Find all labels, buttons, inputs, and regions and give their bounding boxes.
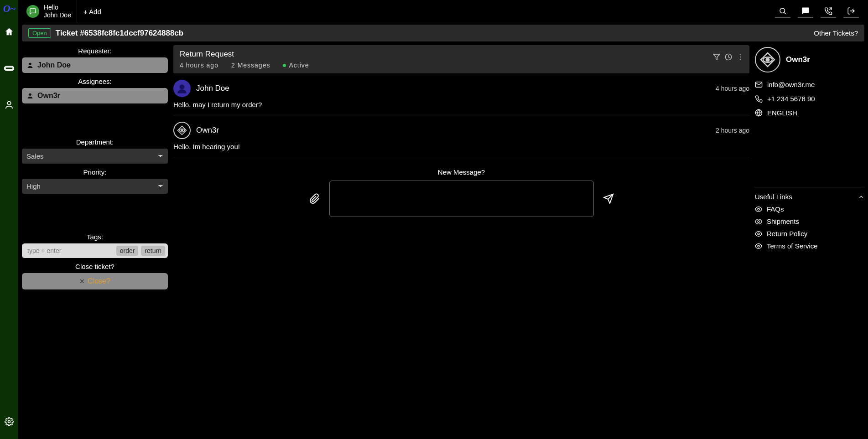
more-icon[interactable]: [737, 53, 744, 61]
nav-tickets[interactable]: [0, 59, 18, 77]
link-row[interactable]: Terms of Service: [755, 242, 864, 250]
link-row[interactable]: Return Policy: [755, 230, 864, 238]
mail-icon: [755, 81, 763, 88]
content-columns: Requester: John Doe Assignees: Own3r Dep…: [18, 45, 868, 439]
close-ticket-button[interactable]: ✕ Close?: [22, 273, 168, 289]
svg-point-22: [766, 58, 769, 62]
send-icon[interactable]: [603, 193, 614, 204]
svg-point-4: [780, 8, 785, 13]
svg-point-12: [740, 57, 741, 57]
useful-links-header[interactable]: Useful Links: [755, 193, 864, 201]
message-item: Own3r 2 hours ago Hello. Im hearing you!: [173, 115, 749, 157]
message-input[interactable]: [329, 181, 594, 217]
eye-icon: [755, 243, 762, 250]
eye-icon: [755, 206, 762, 213]
svg-point-8: [29, 93, 31, 96]
main-area: Hello John Doe + Add Open Ticket #6538fc…: [18, 0, 868, 439]
message-time: 4 hours ago: [716, 85, 749, 92]
message-item: John Doe 4 hours ago Hello. may I return…: [173, 73, 749, 115]
thread-meta: 4 hours ago 2 Messages Active: [180, 62, 743, 69]
svg-point-13: [740, 59, 741, 60]
filter-icon[interactable]: [713, 53, 720, 61]
attachment-icon[interactable]: [309, 193, 320, 204]
composer: [173, 181, 749, 217]
requester-label: Requester:: [22, 47, 168, 55]
svg-point-28: [758, 233, 759, 235]
agent-phone-row[interactable]: +1 234 5678 90: [755, 95, 864, 103]
link-text: Terms of Service: [767, 242, 818, 250]
status-badge: Open: [28, 28, 51, 38]
tab-bar: Hello John Doe + Add: [18, 0, 868, 23]
svg-marker-9: [713, 54, 719, 60]
status-dot-icon: [283, 64, 286, 67]
requester-pill[interactable]: John Doe: [22, 57, 168, 73]
link-row[interactable]: FAQs: [755, 205, 864, 213]
other-tickets-link[interactable]: Other Tickets?: [814, 29, 858, 37]
department-select[interactable]: Sales: [22, 149, 168, 164]
thread-age: 4 hours ago: [180, 62, 218, 69]
message-time: 2 hours ago: [716, 127, 749, 134]
nav-settings[interactable]: [0, 413, 18, 431]
svg-point-14: [180, 84, 185, 89]
tab-user: John Doe: [44, 11, 71, 19]
call-button[interactable]: [821, 5, 836, 18]
thread-count: 2 Messages: [231, 62, 270, 69]
nav-users[interactable]: [0, 96, 18, 114]
agent-email-row[interactable]: info@own3r.me: [755, 81, 864, 88]
thread-status: Active: [283, 62, 309, 69]
svg-rect-1: [5, 67, 14, 70]
add-tab-button[interactable]: + Add: [77, 0, 108, 23]
globe-icon: [755, 109, 763, 117]
person-icon: [26, 92, 34, 99]
link-text: FAQs: [767, 205, 784, 213]
priority-select[interactable]: High: [22, 179, 168, 194]
message-body: Hello. may I return my order?: [173, 101, 749, 108]
phone-icon: [755, 95, 763, 103]
svg-point-26: [758, 208, 759, 210]
svg-point-17: [181, 129, 183, 131]
clock-icon[interactable]: [725, 53, 732, 61]
eye-icon: [755, 218, 762, 225]
svg-point-2: [7, 102, 10, 105]
svg-point-7: [29, 63, 31, 65]
link-text: Return Policy: [767, 230, 807, 238]
messages-button[interactable]: [798, 5, 813, 18]
chat-icon: [26, 5, 39, 18]
svg-line-5: [784, 12, 785, 14]
thread-title: Return Request: [180, 50, 743, 59]
tag-chip[interactable]: return: [141, 246, 165, 256]
tab-label: Hello John Doe: [44, 4, 71, 19]
close-icon: ✕: [79, 278, 85, 285]
top-right-actions: [775, 0, 868, 23]
link-row[interactable]: Shipments: [755, 217, 864, 225]
agent-email: info@own3r.me: [767, 81, 815, 88]
tag-chip[interactable]: order: [116, 246, 139, 256]
agent-language-row[interactable]: ENGLISH: [755, 109, 864, 117]
department-label: Department:: [22, 138, 168, 146]
left-panel: Requester: John Doe Assignees: Own3r Dep…: [22, 45, 168, 439]
tags-input[interactable]: [25, 245, 114, 256]
eye-icon: [755, 230, 762, 238]
ticket-header-bar: Open Ticket #6538fc8fc1dccf97624888cb Ot…: [22, 25, 864, 41]
svg-point-3: [8, 421, 10, 423]
right-panel: Own3r info@own3r.me +1 234 5678 90 ENGLI…: [755, 45, 864, 439]
ticket-title: Ticket #6538fc8fc1dccf97624888cb: [56, 29, 183, 38]
person-icon: [26, 62, 34, 69]
logout-button[interactable]: [843, 5, 859, 18]
svg-point-29: [758, 245, 759, 247]
requester-name: John Doe: [37, 61, 71, 69]
assignee-pill[interactable]: Own3r: [22, 88, 168, 103]
nav-home[interactable]: [0, 23, 18, 41]
app-logo[interactable]: O~: [3, 3, 15, 15]
search-button[interactable]: [775, 5, 790, 18]
message-author: John Doe: [196, 84, 229, 93]
avatar: [173, 122, 191, 139]
tab-current-user[interactable]: Hello John Doe: [21, 0, 77, 23]
link-text: Shipments: [767, 217, 799, 225]
priority-label: Priority:: [22, 168, 168, 176]
agent-avatar: [755, 47, 780, 72]
tags-label: Tags:: [22, 233, 168, 241]
message-body: Hello. Im hearing you!: [173, 143, 749, 150]
tags-input-wrap[interactable]: order return: [22, 243, 168, 258]
chevron-up-icon: [858, 194, 864, 200]
